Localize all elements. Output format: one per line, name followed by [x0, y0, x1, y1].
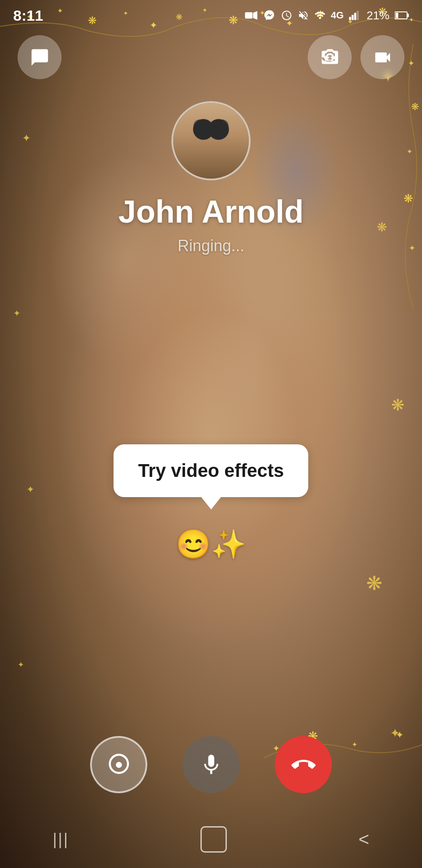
- end-call-button[interactable]: [275, 736, 332, 793]
- call-status: Ringing...: [178, 237, 244, 255]
- battery-percentage: 21%: [367, 9, 389, 22]
- message-button[interactable]: [18, 35, 62, 79]
- status-time: 8:11: [13, 7, 43, 24]
- home-button[interactable]: [200, 826, 227, 853]
- tooltip-box[interactable]: Try video effects: [113, 444, 308, 497]
- svg-rect-28: [357, 11, 359, 20]
- contact-section: John Arnold Ringing...: [0, 101, 422, 255]
- microphone-button[interactable]: [182, 736, 240, 793]
- signal-icon: [314, 10, 326, 21]
- svg-rect-27: [354, 13, 357, 20]
- top-controls: [0, 35, 422, 79]
- flip-camera-icon: [320, 48, 340, 67]
- status-bar: 8:11 4G 21%: [0, 0, 422, 31]
- svg-rect-26: [352, 15, 354, 20]
- top-right-controls: [308, 35, 404, 79]
- end-call-icon: [291, 753, 316, 777]
- video-record-icon: [245, 11, 258, 20]
- status-icons: 4G 21%: [245, 9, 409, 22]
- back-button[interactable]: <: [358, 829, 369, 850]
- svg-rect-30: [407, 14, 409, 17]
- alarm-icon: [281, 10, 292, 21]
- svg-marker-24: [253, 11, 257, 20]
- video-effects-button[interactable]: 😊✨: [176, 528, 246, 561]
- navigation-bar: ||| <: [0, 811, 422, 868]
- contact-avatar: [171, 101, 251, 180]
- tooltip-container: Try video effects: [113, 444, 308, 497]
- recent-apps-icon: |||: [53, 830, 69, 848]
- microphone-icon: [199, 753, 223, 777]
- svg-rect-31: [396, 13, 398, 18]
- signal-bars-icon: [349, 11, 361, 20]
- tooltip-text: Try video effects: [138, 460, 284, 481]
- camera-toggle-button[interactable]: [90, 736, 147, 793]
- message-icon: [30, 48, 50, 67]
- effects-emoji: 😊✨: [176, 528, 246, 560]
- video-camera-icon: [373, 48, 393, 67]
- battery-icon: [395, 11, 409, 20]
- network-type: 4G: [331, 10, 344, 21]
- mute-icon: [298, 10, 309, 21]
- back-icon: <: [358, 829, 369, 850]
- flip-camera-button[interactable]: [308, 35, 352, 79]
- messenger-icon: [263, 9, 276, 22]
- bottom-controls: [0, 736, 422, 793]
- avatar-image: [173, 103, 249, 179]
- svg-rect-23: [245, 12, 252, 19]
- svg-rect-25: [349, 17, 351, 20]
- camera-icon: [107, 753, 131, 777]
- recent-apps-button[interactable]: |||: [53, 830, 69, 849]
- video-camera-button[interactable]: [360, 35, 404, 79]
- contact-name: John Arnold: [118, 194, 303, 230]
